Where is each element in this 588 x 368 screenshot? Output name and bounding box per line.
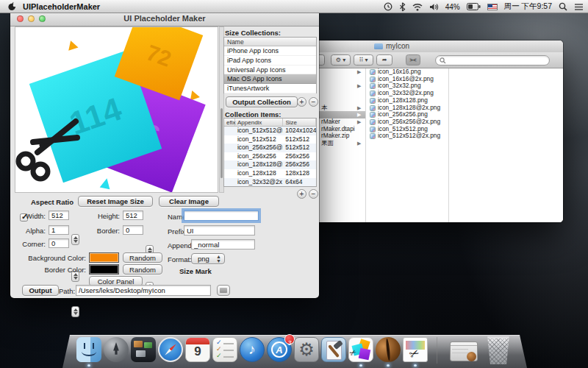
appendix-field[interactable] [191, 239, 255, 250]
table-row[interactable]: icon_512x512@2x1024x1024 [224, 127, 316, 135]
format-value: png [198, 255, 209, 263]
finder-search-field[interactable] [435, 55, 550, 66]
menu-bar: UIPlaceholderMaker 44% 周一 下午9:57 [0, 0, 588, 13]
grid-icon: ⠿ [359, 57, 363, 63]
table-row[interactable]: icon_512x512512x512 [224, 135, 316, 144]
arrange-button[interactable]: ⠿ ▾ [354, 54, 373, 66]
png-file-icon [370, 77, 376, 82]
corner-field[interactable] [49, 238, 69, 248]
path-field[interactable] [76, 285, 211, 296]
format-popup[interactable]: png ▲▼ [191, 253, 225, 264]
collection-row[interactable]: iTunesArtwork [224, 84, 316, 93]
add-item-button[interactable]: + [297, 189, 306, 199]
alpha-field[interactable] [49, 225, 69, 235]
collection-row[interactable]: iPad App Icons [224, 56, 316, 66]
menubar-clock[interactable]: 周一 下午9:57 [504, 1, 552, 12]
border-label: Border: [94, 227, 120, 235]
table-row[interactable]: icon_128x128128x128 [224, 169, 316, 178]
confetti-triangle [65, 39, 78, 51]
compass-needle [164, 343, 177, 356]
height-label: Height: [94, 212, 120, 220]
spotlight-search-icon[interactable] [559, 2, 567, 11]
mini-window [136, 350, 146, 357]
png-file-icon [370, 127, 376, 132]
dock-safari-icon[interactable] [158, 337, 183, 362]
popup-arrows-icon: ▲▼ [216, 255, 221, 263]
collection-row[interactable]: Universal App Icons [224, 66, 316, 75]
badge-count: 3 [287, 339, 291, 347]
png-file-icon [370, 133, 376, 139]
dock-uiplaceholdermaker-icon[interactable]: ✂ [348, 337, 373, 362]
input-language-flag-icon[interactable] [487, 4, 498, 10]
border-random-button[interactable]: Random [123, 264, 162, 275]
output-button[interactable]: Output [22, 285, 59, 296]
table-row[interactable]: icon_128x128@2x256x256 [224, 160, 316, 169]
notification-center-icon[interactable] [574, 3, 584, 11]
file-row[interactable]: icon_512x512@2x.png [366, 132, 448, 140]
dock-system-preferences-icon[interactable]: ⚙ [294, 337, 319, 362]
width-stepper[interactable] [71, 234, 79, 245]
calendar-day: 9 [186, 344, 209, 359]
border-field[interactable] [123, 225, 143, 235]
dock-finder-icon[interactable] [76, 337, 101, 362]
table-row[interactable]: icon_256x256256x256 [224, 152, 316, 161]
app-window: UI Placeholder Maker 56 114 72 Size C [10, 10, 319, 298]
collection-row-selected[interactable]: Mac OS App Icons [224, 74, 316, 84]
png-file-icon [370, 83, 376, 89]
window-title: UI Placeholder Maker [123, 14, 205, 23]
zoom-button[interactable] [39, 15, 46, 22]
table-row[interactable]: icon_32x32@2x64x64 [224, 178, 316, 187]
border-color-swatch[interactable] [89, 264, 119, 275]
volume-icon[interactable] [429, 3, 439, 11]
bluetooth-icon[interactable] [399, 2, 406, 12]
clear-image-button[interactable]: Clear Image [159, 196, 219, 207]
dock-reminders-icon[interactable]: ✓ ✓ ✓ [212, 337, 237, 362]
collection-row[interactable]: iPhone App Icons [224, 46, 316, 56]
action-gear-button[interactable]: ⚙ ▾ [331, 54, 351, 66]
menubar-app-name[interactable]: UIPlaceholderMaker [23, 2, 100, 11]
dock-itunes-icon[interactable]: ♪ [240, 337, 265, 362]
folder-icon [374, 43, 383, 49]
dock-app-store-icon[interactable]: A 3 [267, 337, 292, 362]
dock-mission-control-icon[interactable] [131, 337, 156, 362]
browse-folder-button[interactable] [217, 285, 230, 296]
wifi-icon[interactable] [412, 3, 423, 11]
music-note-icon: ♪ [248, 342, 256, 357]
share-button[interactable]: ➦ [376, 54, 392, 66]
reset-image-size-button[interactable]: Reset Image Size [78, 196, 153, 207]
notification-badge: 3 [284, 334, 295, 344]
time-machine-icon[interactable] [384, 2, 392, 11]
prefix-field[interactable] [184, 225, 255, 236]
battery-icon[interactable] [467, 3, 481, 10]
background-random-button[interactable]: Random [123, 252, 162, 263]
finder-smile [82, 347, 96, 356]
dock-calendar-icon[interactable]: 9 [185, 337, 210, 362]
app-store-a: A [276, 344, 282, 355]
mini-window [144, 342, 152, 348]
add-collection-button[interactable]: + [297, 97, 306, 107]
scrollbar-thumb[interactable] [220, 108, 223, 178]
height-field[interactable] [123, 210, 143, 220]
corner-stepper[interactable] [71, 306, 79, 317]
table-row[interactable]: icon_256x256@2x512x512 [224, 144, 316, 152]
name-field[interactable] [184, 210, 259, 221]
dock-xcode-icon[interactable] [321, 337, 346, 362]
apple-menu-icon[interactable] [7, 1, 17, 11]
remove-item-button[interactable]: − [309, 189, 318, 199]
size-collections-label: Size Collections: [225, 29, 281, 37]
minimize-button[interactable] [28, 15, 35, 22]
background-color-swatch[interactable] [89, 252, 119, 263]
output-collection-button[interactable]: Output Collection [226, 96, 298, 107]
width-field[interactable] [49, 210, 69, 220]
dock-minimized-window[interactable] [450, 342, 478, 361]
format-label: Format: [168, 255, 192, 263]
dock-launchpad-icon[interactable] [104, 337, 129, 362]
close-button[interactable] [17, 15, 24, 22]
png-file-icon [370, 69, 376, 75]
line [223, 350, 234, 351]
sidebar-item-label: 本 [321, 105, 327, 112]
dock-image-clipper-icon[interactable]: ✂ [403, 337, 428, 362]
remove-collection-button[interactable]: − [309, 97, 318, 107]
collapse-arrows-button[interactable]: >< [406, 54, 420, 66]
corner-label: Corner: [19, 240, 46, 248]
